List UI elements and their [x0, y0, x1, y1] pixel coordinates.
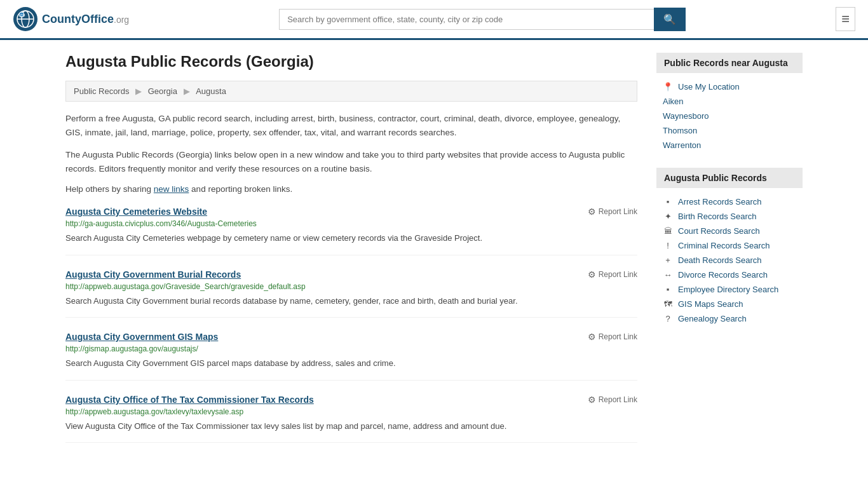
nearby-section: Public Records near Augusta 📍 Use My Loc…: [656, 53, 803, 152]
location-pin-icon: 📍: [663, 82, 673, 92]
record-title-2[interactable]: Augusta City Government GIS Maps: [65, 332, 218, 342]
report-icon-2: ⚙: [588, 332, 596, 342]
report-link-1[interactable]: ⚙ Report Link: [588, 269, 637, 280]
record-url-1[interactable]: http://appweb.augustaga.gov/Graveside_Se…: [65, 282, 637, 291]
sidebar-item-gis[interactable]: 🗺 GIS Maps Search: [656, 297, 803, 311]
breadcrumb-augusta[interactable]: Augusta: [196, 86, 226, 96]
logo-area: CO CountyOffice.org: [13, 6, 129, 32]
intro-text: Perform a free Augusta, GA public record…: [65, 112, 637, 139]
nearby-warrenton[interactable]: Warrenton: [656, 138, 803, 152]
record-url-3[interactable]: http://appweb.augustaga.gov/taxlevy/taxl…: [65, 407, 637, 416]
report-icon-1: ⚙: [588, 269, 596, 280]
gis-maps-link[interactable]: GIS Maps Search: [678, 299, 743, 309]
page-title: Augusta Public Records (Georgia): [65, 53, 637, 71]
public-records-title: Augusta Public Records: [656, 168, 803, 188]
gis-icon: 🗺: [663, 299, 673, 309]
divorce-records-link[interactable]: Divorce Records Search: [678, 270, 768, 280]
record-desc-2: Search Augusta City Government GIS parce…: [65, 357, 637, 370]
record-desc-0: Search Augusta City Cemeteries webpage b…: [65, 232, 637, 245]
sidebar-item-death[interactable]: + Death Records Search: [656, 253, 803, 268]
search-area: 🔍: [279, 8, 686, 31]
public-records-section: Augusta Public Records ▪ Arrest Records …: [656, 168, 803, 326]
sidebar-item-divorce[interactable]: ↔ Divorce Records Search: [656, 268, 803, 282]
breadcrumb-public-records[interactable]: Public Records: [74, 86, 129, 96]
report-icon-0: ⚙: [588, 207, 596, 217]
help-text: Help others by sharing new links and rep…: [65, 184, 637, 194]
editor-note: The Augusta Public Records (Georgia) lin…: [65, 148, 637, 175]
employee-directory-link[interactable]: Employee Directory Search: [678, 285, 778, 294]
report-icon-3: ⚙: [588, 395, 596, 405]
record-entry-0: Augusta City Cemeteries Website ⚙ Report…: [65, 207, 637, 255]
breadcrumb: Public Records ▶ Georgia ▶ Augusta: [65, 81, 637, 102]
logo-icon: CO: [13, 6, 38, 32]
criminal-records-link[interactable]: Criminal Records Search: [678, 241, 770, 250]
sidebar-item-birth[interactable]: ✦ Birth Records Search: [656, 209, 803, 224]
nearby-thomson[interactable]: Thomson: [656, 123, 803, 138]
nearby-aiken[interactable]: Aiken: [656, 94, 803, 109]
content-area: Augusta Public Records (Georgia) Public …: [65, 53, 637, 457]
report-link-0[interactable]: ⚙ Report Link: [588, 207, 637, 217]
record-url-2[interactable]: http://gismap.augustaga.gov/augustajs/: [65, 344, 637, 353]
criminal-icon: !: [663, 241, 673, 250]
report-link-3[interactable]: ⚙ Report Link: [588, 395, 637, 405]
record-desc-3: View Augusta City Office of the Tax Comm…: [65, 420, 637, 433]
record-url-0[interactable]: http://ga-augusta.civicplus.com/346/Augu…: [65, 219, 637, 228]
sidebar-item-genealogy[interactable]: ? Genealogy Search: [656, 311, 803, 326]
arrest-records-link[interactable]: Arrest Records Search: [678, 197, 762, 207]
record-entry-1: Augusta City Government Burial Records ⚙…: [65, 269, 637, 318]
waynesboro-link[interactable]: Waynesboro: [663, 111, 709, 121]
record-entry-3: Augusta City Office of The Tax Commissio…: [65, 395, 637, 444]
record-desc-1: Search Augusta City Government burial re…: [65, 295, 637, 308]
sidebar-item-criminal[interactable]: ! Criminal Records Search: [656, 238, 803, 253]
breadcrumb-georgia[interactable]: Georgia: [148, 86, 177, 96]
sidebar: Public Records near Augusta 📍 Use My Loc…: [656, 53, 803, 457]
use-my-location[interactable]: 📍 Use My Location: [656, 79, 803, 94]
death-records-link[interactable]: Death Records Search: [678, 255, 762, 265]
birth-icon: ✦: [663, 212, 673, 221]
warrenton-link[interactable]: Warrenton: [663, 140, 701, 150]
aiken-link[interactable]: Aiken: [663, 97, 684, 106]
divorce-icon: ↔: [663, 270, 673, 280]
thomson-link[interactable]: Thomson: [663, 126, 697, 135]
record-title-3[interactable]: Augusta City Office of The Tax Commissio…: [65, 395, 314, 405]
nearby-waynesboro[interactable]: Waynesboro: [656, 109, 803, 123]
header: CO CountyOffice.org 🔍 ≡: [0, 0, 868, 40]
record-title-0[interactable]: Augusta City Cemeteries Website: [65, 207, 207, 217]
logo-text: CountyOffice.org: [42, 13, 129, 26]
main-container: Augusta Public Records (Georgia) Public …: [53, 40, 815, 470]
sidebar-item-employee[interactable]: ▪ Employee Directory Search: [656, 282, 803, 297]
sidebar-item-court[interactable]: 🏛 Court Records Search: [656, 224, 803, 238]
arrest-icon: ▪: [663, 197, 673, 207]
use-my-location-link[interactable]: Use My Location: [678, 82, 740, 92]
court-records-link[interactable]: Court Records Search: [678, 226, 760, 236]
court-icon: 🏛: [663, 226, 673, 236]
employee-icon: ▪: [663, 285, 673, 294]
genealogy-icon: ?: [663, 314, 673, 323]
birth-records-link[interactable]: Birth Records Search: [678, 212, 757, 221]
death-icon: +: [663, 255, 673, 265]
report-link-2[interactable]: ⚙ Report Link: [588, 332, 637, 342]
genealogy-search-link[interactable]: Genealogy Search: [678, 314, 747, 323]
record-title-1[interactable]: Augusta City Government Burial Records: [65, 269, 241, 280]
new-links-link[interactable]: new links: [154, 184, 189, 194]
sidebar-item-arrest[interactable]: ▪ Arrest Records Search: [656, 194, 803, 209]
record-entry-2: Augusta City Government GIS Maps ⚙ Repor…: [65, 332, 637, 381]
nearby-title: Public Records near Augusta: [656, 53, 803, 73]
records-list: Augusta City Cemeteries Website ⚙ Report…: [65, 207, 637, 443]
svg-text:CO: CO: [20, 13, 25, 17]
search-button[interactable]: 🔍: [654, 8, 686, 31]
search-input[interactable]: [279, 9, 654, 30]
menu-icon[interactable]: ≡: [836, 7, 855, 31]
